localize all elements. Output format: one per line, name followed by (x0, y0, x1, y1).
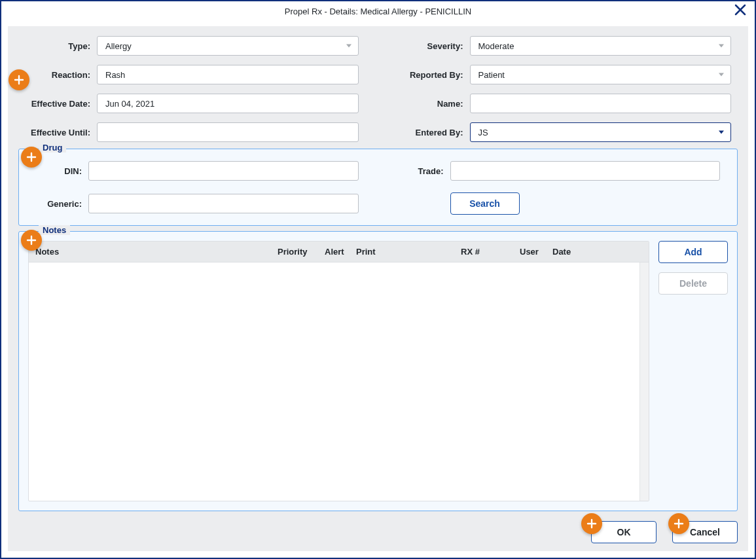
col-priority: Priority (278, 247, 325, 257)
cancel-label: Cancel (690, 527, 720, 537)
eff-date-label: Effective Date: (25, 99, 97, 109)
row-search: Search (398, 192, 721, 215)
trade-label: Trade: (398, 166, 450, 176)
drug-grid: DIN: Trade: Generic: (36, 161, 720, 215)
row-din: DIN: (36, 161, 359, 181)
eff-until-input[interactable] (97, 122, 359, 142)
col-print: Print (356, 247, 461, 257)
plus-badge-icon (581, 513, 602, 534)
row-entered-by: Entered By: JS (398, 122, 732, 142)
add-note-button[interactable]: Add (658, 241, 728, 263)
drug-fieldset: Drug DIN: Trade: Generic: (18, 149, 738, 226)
type-select[interactable]: Allergy (97, 36, 359, 56)
notes-flex: Notes Priority Alert Print RX # User Dat… (28, 241, 728, 501)
eff-date-value: Jun 04, 2021 (105, 99, 154, 109)
name-label: Name: (398, 99, 470, 109)
chevron-down-icon (719, 73, 724, 77)
footer-actions: OK Cancel (591, 521, 738, 543)
plus-badge-icon (21, 230, 42, 251)
col-date: Date (552, 247, 649, 257)
ok-label: OK (617, 527, 631, 537)
form-area: Type: Allergy Severity: Moderate Reactio… (8, 26, 748, 142)
add-label: Add (684, 247, 702, 257)
entered-by-value: JS (478, 128, 488, 137)
trade-input[interactable] (450, 161, 721, 181)
reported-by-value: Patient (478, 70, 505, 80)
din-input[interactable] (88, 161, 359, 181)
search-button[interactable]: Search (450, 192, 520, 215)
row-generic: Generic: (36, 192, 359, 215)
generic-input[interactable] (88, 194, 359, 213)
reaction-label: Reaction: (25, 70, 97, 80)
close-icon (734, 3, 747, 20)
plus-badge-icon (9, 69, 29, 90)
row-severity: Severity: Moderate (398, 36, 732, 56)
col-user: User (520, 247, 552, 257)
notes-fieldset: Notes Notes Priority Alert Print RX # Us… (18, 231, 738, 511)
notes-table: Notes Priority Alert Print RX # User Dat… (28, 241, 649, 501)
chevron-down-icon (719, 45, 724, 48)
type-value: Allergy (105, 41, 132, 51)
row-reported-by: Reported By: Patient (398, 65, 732, 84)
row-trade: Trade: (398, 161, 721, 181)
row-reaction: Reaction: Rash (25, 65, 359, 84)
delete-note-button[interactable]: Delete (658, 272, 728, 295)
eff-until-label: Effective Until: (25, 128, 97, 137)
reported-by-select[interactable]: Patient (470, 65, 732, 84)
notes-thead: Notes Priority Alert Print RX # User Dat… (29, 242, 649, 262)
dialog-body: Type: Allergy Severity: Moderate Reactio… (8, 26, 748, 551)
row-type: Type: Allergy (25, 36, 359, 56)
plus-badge-icon (21, 147, 42, 168)
row-eff-date: Effective Date: Jun 04, 2021 (25, 94, 359, 113)
entered-by-select[interactable]: JS (470, 122, 732, 142)
name-input[interactable] (470, 94, 732, 113)
din-label: DIN: (36, 166, 88, 176)
reaction-value: Rash (105, 70, 125, 80)
row-name: Name: (398, 94, 732, 113)
col-rx: RX # (461, 247, 520, 257)
close-button[interactable] (731, 3, 749, 21)
notes-legend: Notes (39, 225, 70, 235)
col-notes: Notes (35, 247, 278, 257)
type-label: Type: (25, 41, 97, 51)
chevron-down-icon (719, 131, 724, 134)
vertical-scrollbar[interactable] (639, 262, 649, 501)
plus-badge-icon (668, 513, 689, 534)
severity-select[interactable]: Moderate (470, 36, 732, 56)
dialog-window: Propel Rx - Details: Medical Allergy - P… (0, 0, 756, 559)
notes-actions: Add Delete (658, 241, 728, 501)
generic-label: Generic: (36, 199, 88, 209)
drug-legend: Drug (39, 143, 66, 153)
reported-by-label: Reported By: (398, 70, 470, 80)
row-eff-until: Effective Until: (25, 122, 359, 142)
severity-label: Severity: (398, 41, 470, 51)
col-alert: Alert (325, 247, 356, 257)
titlebar: Propel Rx - Details: Medical Allergy - P… (1, 1, 755, 21)
delete-label: Delete (679, 278, 707, 289)
search-label: Search (469, 198, 500, 209)
reaction-input[interactable]: Rash (97, 65, 359, 84)
eff-date-input[interactable]: Jun 04, 2021 (97, 94, 359, 113)
severity-value: Moderate (478, 41, 514, 51)
chevron-down-icon (346, 45, 351, 48)
window-title: Propel Rx - Details: Medical Allergy - P… (285, 7, 471, 16)
entered-by-label: Entered By: (398, 128, 470, 137)
